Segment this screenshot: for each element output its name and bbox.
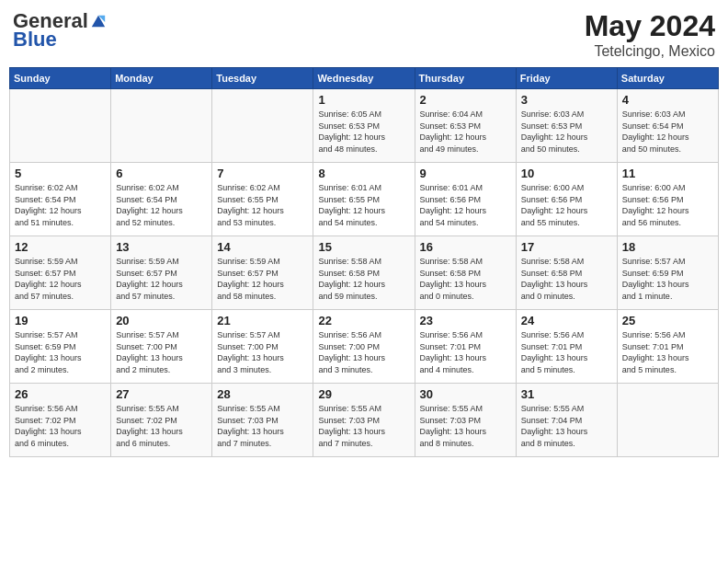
calendar-cell: 22Sunrise: 5:56 AM Sunset: 7:00 PM Dayli… [313,310,415,384]
day-number: 3 [521,93,612,107]
day-number: 29 [318,387,409,401]
day-info: Sunrise: 6:02 AM Sunset: 6:54 PM Dayligh… [116,182,207,228]
calendar-cell: 31Sunrise: 5:55 AM Sunset: 7:04 PM Dayli… [516,384,617,457]
logo-blue-text: Blue [13,28,57,52]
day-number: 16 [420,240,511,254]
day-of-week-header: Monday [111,68,212,89]
day-info: Sunrise: 6:04 AM Sunset: 6:53 PM Dayligh… [420,109,511,155]
day-info: Sunrise: 5:59 AM Sunset: 6:57 PM Dayligh… [217,256,308,302]
day-number: 13 [116,240,207,254]
calendar-cell: 10Sunrise: 6:00 AM Sunset: 6:56 PM Dayli… [516,163,617,236]
day-number: 31 [521,387,612,401]
calendar-cell: 20Sunrise: 5:57 AM Sunset: 7:00 PM Dayli… [111,310,212,384]
day-info: Sunrise: 6:02 AM Sunset: 6:55 PM Dayligh… [217,182,308,228]
calendar-cell [111,89,212,163]
day-number: 2 [420,93,511,107]
title-block: May 2024 Tetelcingo, Mexico [585,9,715,60]
calendar-cell: 25Sunrise: 5:56 AM Sunset: 7:01 PM Dayli… [617,310,718,384]
day-number: 1 [318,93,409,107]
day-number: 19 [15,314,106,327]
calendar-cell: 28Sunrise: 5:55 AM Sunset: 7:03 PM Dayli… [212,384,313,457]
calendar-cell: 6Sunrise: 6:02 AM Sunset: 6:54 PM Daylig… [111,163,212,236]
day-info: Sunrise: 5:56 AM Sunset: 7:02 PM Dayligh… [15,403,106,449]
day-number: 5 [15,167,106,180]
day-info: Sunrise: 6:01 AM Sunset: 6:56 PM Dayligh… [420,182,511,228]
day-of-week-header: Sunday [10,68,111,89]
day-info: Sunrise: 5:55 AM Sunset: 7:03 PM Dayligh… [420,403,511,449]
day-info: Sunrise: 6:01 AM Sunset: 6:55 PM Dayligh… [318,182,409,228]
day-number: 10 [521,167,612,180]
calendar-cell: 27Sunrise: 5:55 AM Sunset: 7:02 PM Dayli… [111,384,212,457]
day-info: Sunrise: 5:56 AM Sunset: 7:01 PM Dayligh… [521,329,612,375]
day-info: Sunrise: 5:55 AM Sunset: 7:02 PM Dayligh… [116,403,207,449]
day-number: 14 [217,240,308,254]
day-info: Sunrise: 5:59 AM Sunset: 6:57 PM Dayligh… [116,256,207,302]
calendar-week-row: 1Sunrise: 6:05 AM Sunset: 6:53 PM Daylig… [10,89,719,163]
day-info: Sunrise: 5:57 AM Sunset: 7:00 PM Dayligh… [217,329,308,375]
logo: General Blue [13,9,107,52]
calendar-cell: 4Sunrise: 6:03 AM Sunset: 6:54 PM Daylig… [617,89,718,163]
day-info: Sunrise: 5:55 AM Sunset: 7:03 PM Dayligh… [318,403,409,449]
calendar-week-row: 26Sunrise: 5:56 AM Sunset: 7:02 PM Dayli… [10,384,719,457]
day-info: Sunrise: 5:57 AM Sunset: 6:59 PM Dayligh… [15,329,106,375]
day-number: 12 [15,240,106,254]
day-info: Sunrise: 5:59 AM Sunset: 6:57 PM Dayligh… [15,256,106,302]
calendar-cell: 3Sunrise: 6:03 AM Sunset: 6:53 PM Daylig… [516,89,617,163]
day-number: 9 [420,167,511,180]
day-info: Sunrise: 5:57 AM Sunset: 7:00 PM Dayligh… [116,329,207,375]
calendar-title: May 2024 [585,9,715,43]
calendar-cell [617,384,718,457]
day-number: 11 [622,167,713,180]
day-number: 22 [318,314,409,327]
calendar-week-row: 12Sunrise: 5:59 AM Sunset: 6:57 PM Dayli… [10,236,719,310]
day-info: Sunrise: 6:03 AM Sunset: 6:53 PM Dayligh… [521,109,612,155]
day-number: 6 [116,167,207,180]
calendar-cell: 13Sunrise: 5:59 AM Sunset: 6:57 PM Dayli… [111,236,212,310]
calendar-cell: 19Sunrise: 5:57 AM Sunset: 6:59 PM Dayli… [10,310,111,384]
day-of-week-header: Thursday [415,68,516,89]
day-info: Sunrise: 5:58 AM Sunset: 6:58 PM Dayligh… [318,256,409,302]
day-info: Sunrise: 5:57 AM Sunset: 6:59 PM Dayligh… [622,256,713,302]
calendar-cell: 26Sunrise: 5:56 AM Sunset: 7:02 PM Dayli… [10,384,111,457]
calendar-cell: 8Sunrise: 6:01 AM Sunset: 6:55 PM Daylig… [313,163,415,236]
calendar-cell: 24Sunrise: 5:56 AM Sunset: 7:01 PM Dayli… [516,310,617,384]
logo-icon [90,13,107,29]
page-header: General Blue May 2024 Tetelcingo, Mexico [9,9,719,60]
calendar-subtitle: Tetelcingo, Mexico [585,43,715,60]
day-number: 24 [521,314,612,327]
day-number: 20 [116,314,207,327]
day-of-week-header: Wednesday [313,68,415,89]
day-info: Sunrise: 5:56 AM Sunset: 7:01 PM Dayligh… [420,329,511,375]
calendar-cell: 9Sunrise: 6:01 AM Sunset: 6:56 PM Daylig… [415,163,516,236]
day-number: 30 [420,387,511,401]
day-number: 8 [318,167,409,180]
calendar-cell: 5Sunrise: 6:02 AM Sunset: 6:54 PM Daylig… [10,163,111,236]
calendar-cell: 2Sunrise: 6:04 AM Sunset: 6:53 PM Daylig… [415,89,516,163]
day-number: 26 [15,387,106,401]
day-info: Sunrise: 5:55 AM Sunset: 7:04 PM Dayligh… [521,403,612,449]
day-number: 15 [318,240,409,254]
day-number: 25 [622,314,713,327]
day-info: Sunrise: 5:56 AM Sunset: 7:01 PM Dayligh… [622,329,713,375]
day-info: Sunrise: 5:58 AM Sunset: 6:58 PM Dayligh… [521,256,612,302]
calendar-cell: 14Sunrise: 5:59 AM Sunset: 6:57 PM Dayli… [212,236,313,310]
day-of-week-header: Friday [516,68,617,89]
day-number: 18 [622,240,713,254]
day-of-week-header: Saturday [617,68,718,89]
calendar-week-row: 19Sunrise: 5:57 AM Sunset: 6:59 PM Dayli… [10,310,719,384]
day-info: Sunrise: 5:56 AM Sunset: 7:00 PM Dayligh… [318,329,409,375]
day-number: 17 [521,240,612,254]
day-info: Sunrise: 6:00 AM Sunset: 6:56 PM Dayligh… [521,182,612,228]
day-info: Sunrise: 6:02 AM Sunset: 6:54 PM Dayligh… [15,182,106,228]
calendar-cell: 12Sunrise: 5:59 AM Sunset: 6:57 PM Dayli… [10,236,111,310]
calendar-cell: 29Sunrise: 5:55 AM Sunset: 7:03 PM Dayli… [313,384,415,457]
calendar-cell: 1Sunrise: 6:05 AM Sunset: 6:53 PM Daylig… [313,89,415,163]
day-info: Sunrise: 6:05 AM Sunset: 6:53 PM Dayligh… [318,109,409,155]
calendar-header: SundayMondayTuesdayWednesdayThursdayFrid… [10,68,719,89]
day-number: 23 [420,314,511,327]
day-number: 4 [622,93,713,107]
day-number: 21 [217,314,308,327]
calendar-cell: 17Sunrise: 5:58 AM Sunset: 6:58 PM Dayli… [516,236,617,310]
day-number: 28 [217,387,308,401]
day-info: Sunrise: 6:03 AM Sunset: 6:54 PM Dayligh… [622,109,713,155]
